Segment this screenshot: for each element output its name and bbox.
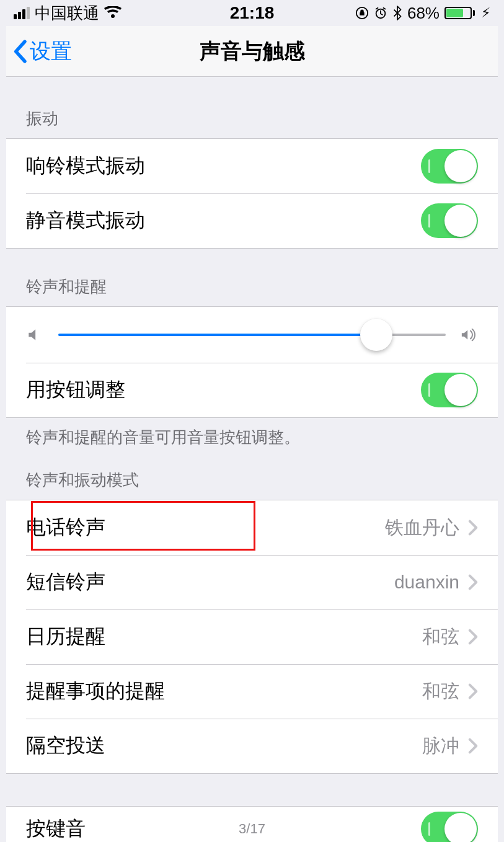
row-value: 和弦 [422, 679, 459, 704]
row-ringtone[interactable]: 电话铃声 铁血丹心 [6, 500, 498, 555]
row-text-tone[interactable]: 短信铃声 duanxin [6, 555, 498, 609]
chevron-right-icon [468, 520, 478, 536]
row-label: 按键音 [26, 815, 421, 842]
battery-icon [444, 7, 475, 19]
row-label: 提醒事项的提醒 [26, 678, 422, 705]
status-bar: 中国联通 21:18 68% ⚡︎ [6, 0, 498, 26]
toggle-vibrate-silent[interactable] [421, 203, 478, 238]
row-label: 短信铃声 [26, 569, 394, 596]
nav-bar: 设置 声音与触感 [6, 26, 498, 77]
bluetooth-icon [392, 6, 402, 20]
section-header-vibrate: 振动 [6, 77, 498, 138]
row-calendar-alert[interactable]: 日历提醒 和弦 [6, 609, 498, 664]
row-value: 和弦 [422, 624, 459, 650]
row-value: 脉冲 [422, 733, 459, 759]
row-label: 隔空投送 [26, 732, 422, 760]
orientation-lock-icon [355, 6, 369, 20]
chevron-left-icon [12, 40, 27, 63]
row-reminder-alert[interactable]: 提醒事项的提醒 和弦 [6, 664, 498, 719]
toggle-change-with-buttons[interactable] [421, 373, 478, 407]
row-change-with-buttons[interactable]: 用按钮调整 [6, 363, 498, 417]
volume-slider-thumb[interactable] [360, 319, 392, 351]
chevron-right-icon [468, 574, 478, 590]
carrier-label: 中国联通 [35, 2, 99, 24]
row-label: 电话铃声 [26, 514, 385, 541]
row-label: 用按钮调整 [26, 376, 421, 404]
section-header-patterns: 铃声和振动模式 [6, 448, 498, 500]
back-button[interactable]: 设置 [6, 37, 72, 66]
volume-slider-track[interactable] [58, 334, 446, 336]
page-indicator: 3/17 [239, 821, 265, 837]
page-title: 声音与触感 [6, 37, 498, 66]
toggle-keyboard-clicks[interactable] [421, 812, 478, 842]
row-value: duanxin [394, 572, 459, 593]
toggle-vibrate-ring[interactable] [421, 149, 478, 184]
row-label: 响铃模式振动 [26, 153, 421, 180]
battery-percent-label: 68% [407, 4, 440, 23]
chevron-right-icon [468, 683, 478, 699]
section-header-ringer: 铃声和提醒 [6, 249, 498, 306]
row-volume-slider[interactable] [6, 307, 498, 363]
chevron-right-icon [468, 738, 478, 754]
row-label: 静音模式振动 [26, 207, 421, 234]
alarm-icon [374, 6, 387, 20]
chevron-right-icon [468, 629, 478, 645]
row-vibrate-on-ring[interactable]: 响铃模式振动 [6, 139, 498, 193]
section-footer-ringer: 铃声和提醒的音量可用音量按钮调整。 [6, 418, 498, 448]
wifi-icon [104, 6, 122, 20]
row-airdrop[interactable]: 隔空投送 脉冲 [6, 719, 498, 773]
charging-icon: ⚡︎ [481, 5, 490, 21]
row-value: 铁血丹心 [385, 515, 459, 541]
back-label: 设置 [30, 37, 72, 66]
row-label: 日历提醒 [26, 623, 422, 650]
cellular-signal-icon [14, 7, 30, 19]
clock-label: 21:18 [230, 3, 275, 22]
row-vibrate-on-silent[interactable]: 静音模式振动 [6, 193, 498, 248]
volume-low-icon [26, 327, 43, 343]
volume-high-icon [461, 326, 478, 344]
